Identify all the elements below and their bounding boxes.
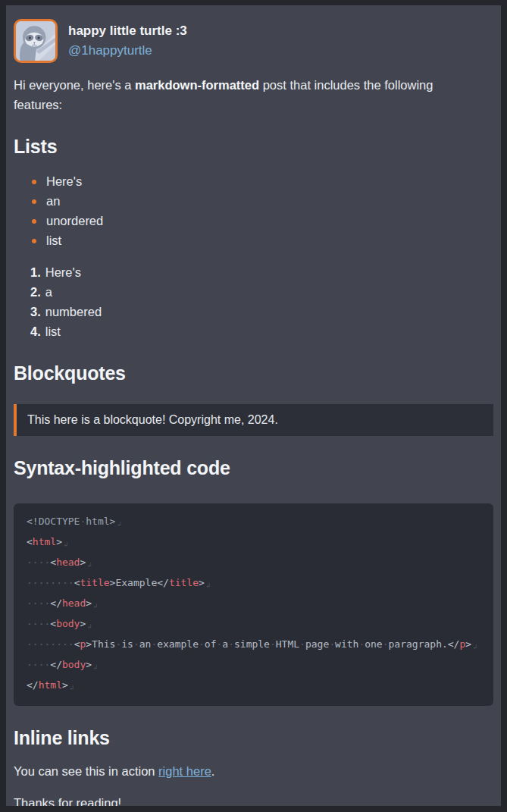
list-item: 4.list: [30, 321, 493, 341]
code-line: <html>↲: [27, 533, 480, 553]
code-line: <!DOCTYPE·html>↲: [27, 513, 480, 533]
sloth-avatar-image: [16, 21, 55, 61]
ordered-list: 1.Here's2.a3.numbered4.list: [14, 262, 493, 341]
link-sentence-after: .: [211, 764, 215, 778]
list-item: list: [32, 230, 493, 250]
post-frame: happy little turtle :3 @1happyturtle Hi …: [0, 0, 507, 812]
intro-text-before: Hi everyone, here's a: [14, 78, 135, 92]
list-number: 3.: [30, 305, 41, 318]
end-of-line-mark: ↲: [117, 520, 120, 528]
end-of-line-mark: ↲: [87, 622, 91, 630]
list-number: 4.: [30, 324, 41, 338]
code-heading: Syntax-highlighted code: [14, 457, 493, 479]
code-line: ····<body>↲: [27, 615, 480, 635]
code-line: </html>↲: [27, 676, 480, 697]
list-item: unordered: [32, 211, 493, 230]
list-item: Here's: [32, 171, 493, 191]
post: happy little turtle :3 @1happyturtle Hi …: [6, 5, 501, 806]
end-of-line-mark: ↲: [473, 643, 477, 651]
code-line: ········<title>Example</title>↲: [27, 574, 480, 594]
intro-bold-text: markdown-formatted: [135, 78, 259, 92]
code-line: ····<head>↲: [27, 553, 480, 574]
display-name[interactable]: happy little turtle :3: [68, 24, 187, 39]
end-of-line-mark: ↲: [93, 602, 97, 610]
code-line: ········<p>This·is·an·example·of·a·simpl…: [27, 635, 480, 656]
list-item: 2.a: [30, 282, 493, 302]
end-of-line-mark: ↲: [93, 663, 97, 671]
code-block: <!DOCTYPE·html>↲<html>↲····<head>↲······…: [14, 503, 493, 706]
author-names: happy little turtle :3 @1happyturtle: [68, 24, 187, 58]
post-header: happy little turtle :3 @1happyturtle: [14, 19, 493, 63]
list-number: 2.: [30, 285, 41, 299]
avatar[interactable]: [14, 19, 58, 63]
code-line: ····</body>↲: [27, 656, 480, 676]
handle[interactable]: @1happyturtle: [68, 43, 187, 58]
post-content: happy little turtle :3 @1happyturtle Hi …: [6, 5, 501, 806]
blockquote-text: This here is a blockquote! Copyright me,…: [27, 413, 278, 426]
end-of-line-mark: ↲: [206, 582, 210, 589]
list-item: an: [32, 191, 493, 211]
end-of-line-mark: ↲: [64, 541, 67, 548]
blockquotes-heading: Blockquotes: [14, 362, 493, 384]
link-sentence-before: You can see this in action: [14, 764, 158, 778]
inline-links-paragraph: You can see this in action right here.: [14, 761, 493, 781]
unordered-list: Here'sanunorderedlist: [14, 171, 493, 250]
list-number: 1.: [30, 265, 41, 279]
inline-links-heading: Inline links: [14, 727, 493, 749]
blockquote: This here is a blockquote! Copyright me,…: [14, 404, 493, 436]
lists-heading: Lists: [14, 136, 493, 158]
right-here-link[interactable]: right here: [158, 764, 211, 778]
end-of-line-mark: ↲: [87, 561, 91, 569]
end-of-line-mark: ↲: [70, 684, 74, 691]
list-item: 1.Here's: [30, 262, 493, 282]
code-line: ····</head>↲: [27, 594, 480, 615]
closing-paragraph: Thanks for reading!: [14, 793, 493, 806]
intro-paragraph: Hi everyone, here's a markdown-formatted…: [14, 75, 477, 114]
list-item: 3.numbered: [30, 302, 493, 321]
